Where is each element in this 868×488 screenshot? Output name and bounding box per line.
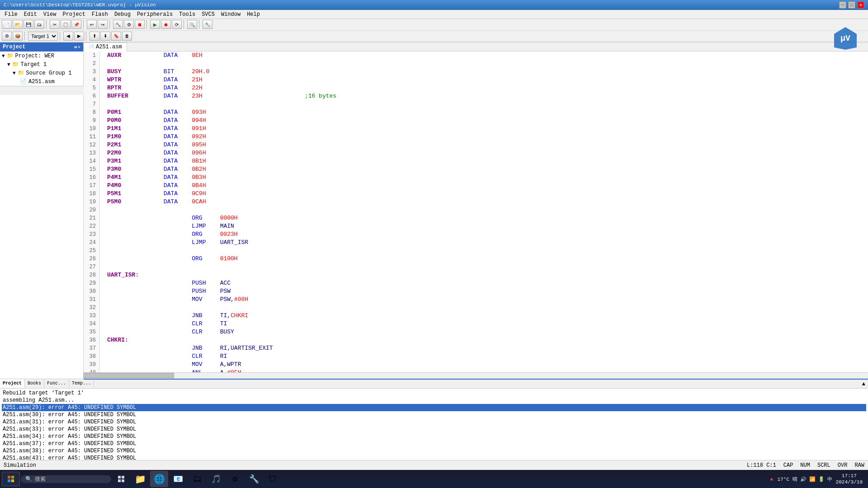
taskbar-app-extra1[interactable]: 🔧 (245, 471, 263, 487)
volume-icon[interactable]: 🔊 (800, 476, 807, 482)
start-button[interactable] (2, 472, 20, 486)
menu-help[interactable]: Help (244, 10, 263, 19)
menu-tools[interactable]: Tools (176, 10, 198, 19)
toolbar-save[interactable]: 💾 (24, 20, 33, 29)
taskbar-datetime[interactable]: 17:17 2024/3/19 (836, 473, 863, 485)
code-line-15: 15 P3M0 DATA 0B2H (84, 165, 868, 174)
maximize-button[interactable]: □ (848, 1, 855, 9)
toolbar-cut[interactable]: ✂ (50, 20, 60, 29)
taskbar-files-icon[interactable]: 📁 (131, 471, 149, 487)
tree-item-asm-file[interactable]: 📄 A251.asm (0, 77, 83, 86)
code-line-12: 12 P2M1 DATA 095H (84, 141, 868, 149)
taskbar-settings-icon[interactable]: ⚙ (226, 471, 244, 487)
sidebar-tab-project[interactable]: Project (0, 379, 25, 388)
toolbar-paste[interactable]: 📌 (71, 20, 81, 29)
toolbar-save-all[interactable]: 🗂 (34, 20, 44, 29)
menu-view[interactable]: View (41, 10, 59, 19)
toolbar-stop[interactable]: ⏹ (135, 20, 145, 29)
build-output-expand-icon[interactable]: ▲ (862, 381, 865, 387)
code-line-32: 32 (84, 304, 868, 312)
sidebar-header: Project ⇄ ✕ (0, 42, 83, 52)
toolbar-bookmark-prev[interactable]: ⬆ (90, 32, 99, 41)
tree-icon-project: 📁 (7, 52, 14, 59)
taskbar-app-extra2[interactable]: 🛡 (264, 471, 282, 487)
tree-icon-target: 📁 (12, 61, 19, 68)
menu-window[interactable]: Window (218, 10, 243, 19)
tree-expand-icon-source: ▼ (13, 70, 16, 76)
sidebar-close-icon[interactable]: ✕ (78, 44, 80, 50)
toolbar-browse-fwd[interactable]: ▶ (74, 32, 84, 41)
toolbar-target-options[interactable]: ⚙ (2, 32, 12, 41)
ime-icon[interactable]: 中 (827, 476, 832, 483)
toolbar-copy[interactable]: 📋 (61, 20, 71, 29)
taskbar-folder-icon[interactable]: 🗂 (188, 471, 206, 487)
minimize-button[interactable]: ─ (839, 1, 846, 9)
build-line-9: A251.asm(38): error A45: UNDEFINED SYMBO… (2, 447, 866, 455)
tree-item-target[interactable]: ▼ 📁 Target 1 (0, 60, 83, 69)
taskbar-media-icon[interactable]: 🎵 (207, 471, 225, 487)
taskbar-browser-icon[interactable]: 🌐 (150, 471, 168, 487)
status-simulation: Simulation (4, 462, 36, 469)
toolbar-bookmark-toggle[interactable]: 🔖 (111, 32, 121, 41)
toolbar-open[interactable]: 📂 (13, 20, 23, 29)
menu-flash[interactable]: Flash (89, 10, 111, 19)
toolbar-new[interactable]: 📄 (2, 20, 12, 29)
menu-peripherals[interactable]: Peripherals (134, 10, 175, 19)
taskbar-search[interactable]: 🔍 搜索 (21, 475, 111, 483)
title-bar-controls: ─ □ ✕ (839, 1, 864, 9)
sidebar-title: Project (3, 44, 25, 50)
toolbar-area: 📄 📂 💾 🗂 ✂ 📋 📌 ↩ ↪ 🔨 ⚙ ⏹ ▶ ⏺ ⟳ 🔍 🔧 ⚙ 📦 Ta… (0, 19, 868, 42)
network-icon[interactable]: 🔺 (769, 476, 775, 482)
build-line-3: A251.asm(29): error A45: UNDEFINED SYMBO… (2, 404, 866, 411)
code-editor[interactable]: 1 AUXR DATA 8EH 2 3 BUSY BIT 20H.0 4 WPT… (84, 52, 868, 372)
menu-bar: File Edit View Project Flash Debug Perip… (0, 10, 868, 19)
toolbar-manage-components[interactable]: 📦 (13, 32, 23, 41)
battery-icon[interactable]: 🔋 (818, 476, 825, 482)
menu-debug[interactable]: Debug (112, 10, 133, 19)
menu-project[interactable]: Project (60, 10, 88, 19)
toolbar-undo[interactable]: ↩ (87, 20, 97, 29)
menu-edit[interactable]: Edit (21, 10, 40, 19)
toolbar-debug-stop[interactable]: ⏺ (161, 20, 171, 29)
menu-svcs[interactable]: SVCS (199, 10, 217, 19)
toolbar-debug-reset[interactable]: ⟳ (172, 20, 182, 29)
sidebar-tab-func[interactable]: Func... (44, 379, 69, 388)
sidebar-tab-books[interactable]: Books (25, 379, 44, 388)
sidebar: Project ⇄ ✕ ▼ 📁 Project: WER ▼ 📁 Target … (0, 42, 84, 379)
code-line-24: 24 LJMP UART_ISR (84, 239, 868, 247)
sidebar-tab-temp[interactable]: Temp... (69, 379, 94, 388)
toolbar-rebuild[interactable]: ⚙ (124, 20, 134, 29)
toolbar-settings[interactable]: 🔧 (203, 20, 212, 29)
toolbar-bookmark-clear[interactable]: 🗑 (122, 32, 132, 41)
code-line-11: 11 P1M0 DATA 092H (84, 133, 868, 141)
toolbar-redo[interactable]: ↪ (98, 20, 108, 29)
toolbar-zoom[interactable]: 🔍 (187, 20, 197, 29)
tree-item-project[interactable]: ▼ 📁 Project: WER (0, 52, 83, 60)
close-button[interactable]: ✕ (857, 1, 864, 9)
status-scrl: SCRL (817, 462, 830, 469)
editor-tab-asm[interactable]: 📄 A251.asm (84, 42, 127, 52)
toolbar-bookmark-next[interactable]: ⬇ (100, 32, 110, 41)
network-wifi-icon[interactable]: 📶 (809, 476, 816, 482)
sidebar-bottom-tabs: Project Books Func... Temp... (0, 379, 84, 388)
build-output-content[interactable]: Rebuild target 'Target 1' assembling A25… (0, 389, 868, 460)
code-line-7: 7 (84, 100, 868, 108)
sidebar-sync-icon[interactable]: ⇄ (74, 44, 77, 50)
toolbar-sep-3 (109, 20, 111, 29)
svg-rect-3 (11, 476, 14, 479)
tree-item-source-group[interactable]: ▼ 📁 Source Group 1 (0, 69, 83, 77)
uvision-logo: µV (832, 25, 859, 52)
taskbar-email-icon[interactable]: 📧 (169, 471, 187, 487)
toolbar-build[interactable]: 🔨 (113, 20, 123, 29)
task-view-button[interactable] (112, 471, 130, 487)
menu-file[interactable]: File (2, 10, 20, 19)
tree-label-project: Project: WER (15, 53, 54, 59)
toolbar-sep-9 (86, 32, 88, 41)
toolbar-debug-start[interactable]: ▶ (150, 20, 160, 29)
svg-text:µV: µV (840, 34, 850, 43)
code-line-9: 9 P0M0 DATA 094H (84, 117, 868, 125)
svg-rect-6 (118, 476, 121, 479)
editor-scrollbar[interactable] (84, 372, 868, 379)
toolbar-browse-back[interactable]: ◀ (63, 32, 73, 41)
target-select[interactable]: Target 1 (28, 32, 58, 41)
